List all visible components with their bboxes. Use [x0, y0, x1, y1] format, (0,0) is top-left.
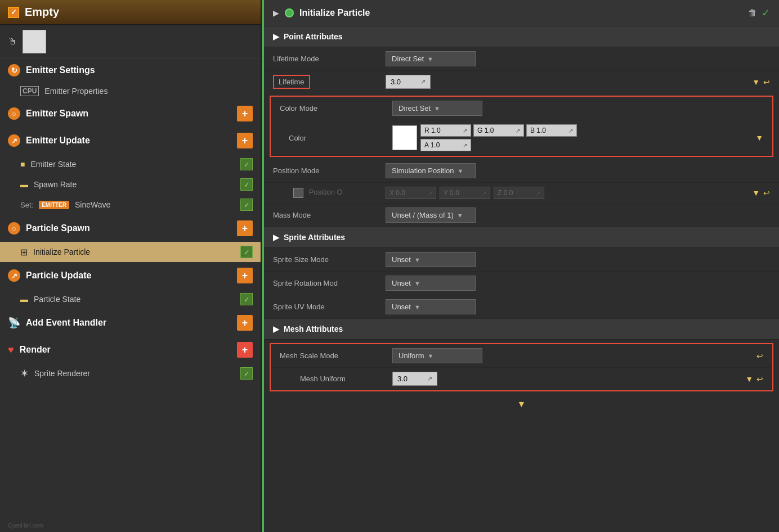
sprite-size-mode-value: Unset [392, 255, 411, 264]
bottom-expand: ▼ [264, 395, 779, 414]
sidebar-item-particle-state[interactable]: ▬ Particle State ✓ [0, 289, 261, 309]
emitter-spawn-add-button[interactable]: + [237, 106, 253, 121]
spawn-rate-check[interactable]: ✓ [240, 178, 253, 191]
sprite-size-mode-label: Sprite Size Mode [273, 255, 386, 264]
position-x-input[interactable]: X 0.0 ↗ [386, 187, 436, 199]
spawn-rate-label: Spawn Rate [34, 180, 235, 189]
position-expand-icon[interactable]: ▼ [752, 188, 760, 197]
sidebar-item-set-emitter[interactable]: Set: EMITTER SineWave ✓ [0, 195, 261, 215]
position-mode-dropdown[interactable]: Simulation Position ▼ [386, 163, 476, 178]
mesh-scale-mode-dropdown[interactable]: Uniform ▼ [392, 348, 482, 363]
emitter-spawn-label: Emitter Spawn [26, 109, 231, 119]
particle-update-icon: ↗ [8, 269, 20, 282]
color-g-input[interactable]: G 1.0 ↗ [473, 124, 524, 137]
lifetime-reset-icon[interactable]: ↩ [763, 78, 770, 87]
mass-mode-dropdown[interactable]: Unset / (Mass of 1) ▼ [386, 208, 476, 223]
point-attributes-collapse-icon[interactable]: ▶ [273, 32, 279, 41]
mesh-attributes-section: ▶ Mesh Attributes [264, 319, 779, 340]
mesh-uniform-reset-icon[interactable]: ↩ [756, 375, 763, 384]
position-mode-controls: Simulation Position ▼ [386, 163, 770, 178]
mesh-scale-mode-label: Mesh Scale Mode [280, 351, 392, 360]
sidebar-item-particle-spawn[interactable]: ○ Particle Spawn + [0, 215, 261, 242]
sidebar-item-emitter-state[interactable]: ■ Emitter State ✓ [0, 154, 261, 174]
sprite-attributes-title: Sprite Attributes [284, 233, 345, 242]
sidebar-item-emitter-settings[interactable]: ↻ Emitter Settings [0, 58, 261, 82]
lifetime-label: Lifetime [273, 75, 386, 89]
lifetime-collapse-icon[interactable]: ▼ [752, 78, 760, 87]
module-enabled-check[interactable]: ✓ [762, 7, 770, 19]
position-z-handle: ↗ [536, 190, 540, 196]
sidebar-item-emitter-update[interactable]: ↗ Emitter Update + [0, 127, 261, 154]
mesh-attributes-collapse-icon[interactable]: ▶ [273, 324, 279, 333]
color-label: Color [280, 134, 392, 142]
sidebar-header: ✓ Empty [0, 0, 261, 25]
sprite-uv-mode-dropdown[interactable]: Unset ▼ [386, 299, 476, 314]
sidebar-item-particle-update[interactable]: ↗ Particle Update + [0, 262, 261, 289]
color-mode-controls: Direct Set ▼ [392, 101, 763, 116]
emitter-settings-label: Emitter Settings [26, 65, 253, 75]
position-z-input[interactable]: Z 0.0 ↗ [494, 187, 544, 199]
color-swatch[interactable] [392, 125, 417, 150]
mesh-uniform-expand-icon[interactable]: ▼ [745, 375, 753, 384]
position-y-input[interactable]: Y 0.0 ↗ [440, 187, 490, 199]
initialize-particle-check[interactable]: ✓ [240, 246, 253, 258]
emitter-spawn-icon: ○ [8, 107, 20, 120]
color-section-outlined: Color Mode Direct Set ▼ Color R 1.0 ↗ [270, 96, 773, 157]
lifetime-row-end: ▼ ↩ [752, 78, 770, 87]
sprite-size-mode-row: Sprite Size Mode Unset ▼ [264, 248, 779, 272]
particle-spawn-add-button[interactable]: + [237, 220, 253, 236]
render-add-button[interactable]: + [237, 342, 253, 358]
particle-state-check[interactable]: ✓ [240, 293, 253, 305]
color-a-input[interactable]: A 1.0 ↗ [420, 139, 471, 151]
bottom-expand-icon[interactable]: ▼ [517, 399, 526, 409]
color-b-input[interactable]: B 1.0 ↗ [526, 124, 577, 137]
lifetime-mode-value: Direct Set [392, 55, 424, 63]
sprite-size-mode-arrow-icon: ▼ [414, 256, 420, 263]
color-mode-label: Color Mode [280, 104, 392, 112]
position-mode-label: Position Mode [273, 166, 386, 175]
event-handler-add-button[interactable]: + [237, 315, 253, 331]
star-icon: ✶ [20, 367, 29, 380]
position-row-end: ▼ ↩ [752, 188, 770, 197]
color-row: Color R 1.0 ↗ G 1.0 ↗ B 1.0 [271, 120, 772, 156]
sprite-rotation-mode-dropdown[interactable]: Unset ▼ [386, 276, 476, 291]
color-b-value: B 1.0 [530, 127, 546, 134]
module-actions: 🗑 ✓ [748, 7, 770, 19]
emitter-state-check[interactable]: ✓ [240, 158, 253, 170]
position-reset-icon[interactable]: ↩ [763, 188, 770, 197]
position-offset-checkbox[interactable] [293, 188, 303, 198]
mesh-scale-reset-icon[interactable]: ↩ [756, 351, 763, 360]
position-offset-controls: X 0.0 ↗ Y 0.0 ↗ Z 0.0 ↗ [386, 187, 752, 199]
lifetime-value-input[interactable]: 3.0 ↗ [386, 75, 431, 89]
mesh-uniform-input[interactable]: 3.0 ↗ [392, 372, 437, 386]
color-mode-dropdown[interactable]: Direct Set ▼ [392, 101, 482, 116]
sidebar-item-spawn-rate[interactable]: ▬ Spawn Rate ✓ [0, 174, 261, 195]
color-expand-icon[interactable]: ▼ [755, 133, 763, 142]
sidebar-item-add-event-handler[interactable]: 📡 Add Event Handler + [0, 309, 261, 336]
set-emitter-check[interactable]: ✓ [240, 199, 253, 211]
position-x-handle: ↗ [428, 190, 432, 196]
color-r-input[interactable]: R 1.0 ↗ [420, 124, 471, 137]
sprite-attributes-collapse-icon[interactable]: ▶ [273, 233, 279, 242]
particle-update-add-button[interactable]: + [237, 268, 253, 283]
mesh-attributes-title: Mesh Attributes [284, 324, 343, 333]
collapse-arrow-icon[interactable]: ▶ [273, 8, 279, 17]
sidebar-item-emitter-spawn[interactable]: ○ Emitter Spawn + [0, 100, 261, 127]
color-mode-row: Color Mode Direct Set ▼ [271, 97, 772, 120]
sprite-rotation-mode-label: Sprite Rotation Mod [273, 279, 386, 287]
delete-module-icon[interactable]: 🗑 [748, 8, 757, 18]
sprite-renderer-check[interactable]: ✓ [240, 367, 253, 380]
mass-mode-controls: Unset / (Mass of 1) ▼ [386, 208, 770, 223]
emitter-update-add-button[interactable]: + [237, 133, 253, 148]
sidebar-item-initialize-particle[interactable]: ⊞ Initialize Particle ✓ [0, 242, 261, 262]
lifetime-mode-dropdown[interactable]: Direct Set ▼ [386, 51, 476, 66]
emitter-update-icon: ↗ [8, 134, 20, 147]
empty-checkbox[interactable]: ✓ [8, 7, 19, 18]
sprite-size-mode-dropdown[interactable]: Unset ▼ [386, 252, 476, 267]
sidebar-item-render[interactable]: ♥ Render + [0, 336, 261, 363]
sidebar-item-emitter-properties[interactable]: CPU Emitter Properties [0, 82, 261, 100]
sidebar-item-sprite-renderer[interactable]: ✶ Sprite Renderer ✓ [0, 363, 261, 384]
sprite-uv-mode-controls: Unset ▼ [386, 299, 770, 314]
color-mode-value: Direct Set [399, 104, 431, 112]
lifetime-mode-row: Lifetime Mode Direct Set ▼ [264, 47, 779, 71]
